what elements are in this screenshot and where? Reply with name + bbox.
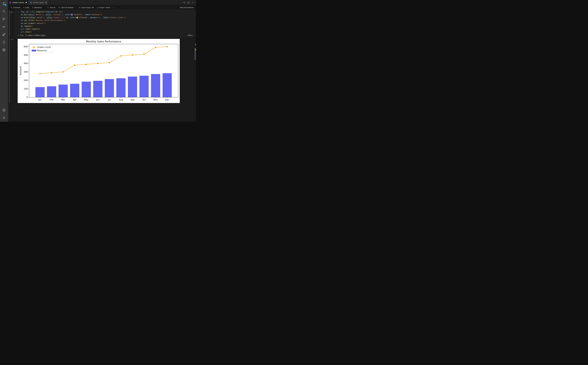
code-line[interactable]: plt.tight_layout() (21, 28, 194, 30)
unsaved-dot[interactable] (46, 2, 47, 3)
chart-output: Monthly Sales PerformanceAmount010020030… (18, 39, 180, 103)
x-tick-label-Jun: Jun (96, 98, 99, 101)
run-all-icon (47, 7, 49, 9)
line-marker-Feb (51, 72, 52, 73)
warning-ruler-mark (195, 49, 196, 51)
code-line[interactable]: fig, ax = plt.subplots(figsize=(10, 4)) (21, 10, 194, 13)
code-line[interactable]: ax.set_ylabel('Amount') (21, 22, 194, 25)
account-button[interactable] (2, 108, 6, 112)
bar-Nov (151, 74, 160, 97)
notebook-toolbar: Generate + Code + Markdown Run All (8, 5, 196, 10)
export-share-button[interactable]: Export / Share (97, 7, 110, 9)
code-line[interactable]: ax.set_title('Monthly Sales Performance'… (21, 19, 194, 22)
bar-Mar (59, 85, 68, 97)
legend: Orders (x10)Revenue (31, 45, 53, 53)
x-tick-label-Mar: Mar (61, 98, 65, 101)
settings-gear-icon[interactable] (183, 1, 185, 4)
circle-slash-icon (79, 7, 81, 9)
code-line[interactable]: plt.show() (21, 31, 194, 33)
tab-bar: Untitled-1.dbcnb Untitled-1.ipynb (8, 0, 196, 5)
save-output-toggle[interactable]: Save Output: Off (79, 7, 94, 9)
clear-all-outputs-button[interactable]: Clear All Outputs (58, 7, 73, 9)
notebook-file-icon (30, 2, 32, 3)
tab-untitled-1-dbcnb[interactable]: Untitled-1.dbcnb (8, 0, 28, 5)
plus-icon: + (23, 7, 24, 9)
sidebar-item-source-control[interactable] (2, 17, 6, 21)
cell-status-bar: 0.0s python - Untitled-1.ipynb Python (15, 34, 194, 37)
run-debug-icon (2, 25, 6, 28)
output-more-actions[interactable] (11, 39, 13, 40)
beaker-icon (2, 40, 6, 44)
database-icon (2, 48, 6, 52)
add-code-cell-button[interactable]: + Code (23, 7, 29, 9)
split-editor-icon[interactable] (187, 1, 190, 4)
activity-bar: 2 (0, 0, 8, 122)
chart-title: Monthly Sales Performance (86, 40, 121, 43)
color-swatch[interactable] (71, 14, 73, 15)
line-marker-Mar (62, 71, 64, 73)
sidebar-item-run-debug[interactable] (2, 25, 6, 29)
notebook-body: fig, ax = plt.subplots(figsize=(10, 4))a… (8, 10, 196, 122)
warning-ruler-mark (195, 44, 196, 45)
clear-outputs-icon (58, 7, 60, 9)
generate-button[interactable]: Generate (11, 7, 20, 9)
account-icon (2, 108, 6, 112)
editor-gutter (8, 10, 9, 122)
code-lines[interactable]: fig, ax = plt.subplots(figsize=(10, 4))a… (15, 10, 194, 33)
line-marker-Aug (120, 55, 122, 56)
sidebar-item-search[interactable] (2, 9, 6, 13)
line-marker-Apr (74, 64, 76, 66)
code-line[interactable]: ax.bar(sales['month'], sales['revenue'],… (21, 13, 194, 16)
kernel-picker[interactable]: DBCode Notebook (177, 7, 196, 9)
y-tick-label-0: 0 (27, 96, 28, 98)
sidebar-item-database[interactable] (2, 48, 6, 52)
markdown-label: Markdown (34, 7, 42, 8)
sparkle-icon (11, 7, 13, 9)
cell-language-picker[interactable]: Python (188, 34, 193, 36)
sidebar-item-extensions[interactable] (2, 32, 6, 36)
run-all-label: Run All (50, 7, 55, 8)
bar-Dec (163, 73, 172, 97)
run-all-button[interactable]: Run All (47, 7, 55, 9)
output-focus-bar[interactable] (9, 38, 10, 103)
generate-label: Generate (13, 7, 20, 8)
sidebar-item-testing[interactable] (2, 40, 6, 44)
bar-Jun (93, 81, 102, 97)
toolbar-separator (45, 6, 45, 9)
bar-Jan (35, 87, 45, 97)
y-axis-label: Amount (19, 66, 22, 75)
toolbar-more-button[interactable]: ··· (113, 7, 115, 9)
line-marker-Sep (132, 54, 133, 56)
settings-button[interactable] (2, 116, 6, 120)
line-marker-Jun (97, 63, 98, 64)
legend-label-orders: Orders (x10) (37, 46, 51, 49)
success-check-icon (17, 34, 19, 36)
y-tick-label-600: 600 (24, 45, 28, 48)
sidebar-item-explorer[interactable]: 2 (2, 1, 6, 6)
tab-untitled-1-ipynb[interactable]: Untitled-1.ipynb (28, 0, 48, 5)
code-line[interactable]: ax.legend() (21, 25, 194, 28)
execution-time: 0.0s (20, 34, 23, 36)
bar-Feb (47, 86, 56, 97)
y-tick-label-200: 200 (24, 79, 28, 82)
editor-group: Untitled-1.dbcnb Untitled-1.ipynb (8, 0, 196, 122)
clear-all-outputs-label: Clear All Outputs (61, 7, 73, 8)
export-share-label: Export / Share (100, 7, 110, 8)
add-markdown-cell-button[interactable]: + Markdown (32, 7, 42, 9)
x-tick-label-Nov: Nov (153, 98, 158, 101)
settings-gear-icon (2, 116, 6, 120)
x-tick-label-Dec: Dec (165, 98, 169, 101)
unsaved-dot[interactable] (26, 2, 27, 3)
cell-focus-bar[interactable] (9, 10, 10, 37)
code-cell[interactable]: fig, ax = plt.subplots(figsize=(10, 4))a… (15, 10, 195, 37)
bar-Aug (116, 78, 125, 97)
x-tick-label-Jan: Jan (38, 98, 42, 101)
orders-line (40, 47, 167, 74)
more-actions-icon[interactable] (192, 1, 194, 4)
code-line[interactable]: ax.plot(sales['month'], sales['orders'] … (21, 16, 194, 19)
color-swatch[interactable] (77, 17, 78, 18)
line-marker-Dec (166, 46, 168, 47)
run-cell-button[interactable] (10, 11, 15, 14)
kernel-name: python - Untitled-1.ipynb (28, 34, 45, 36)
bar-Oct (139, 76, 149, 97)
